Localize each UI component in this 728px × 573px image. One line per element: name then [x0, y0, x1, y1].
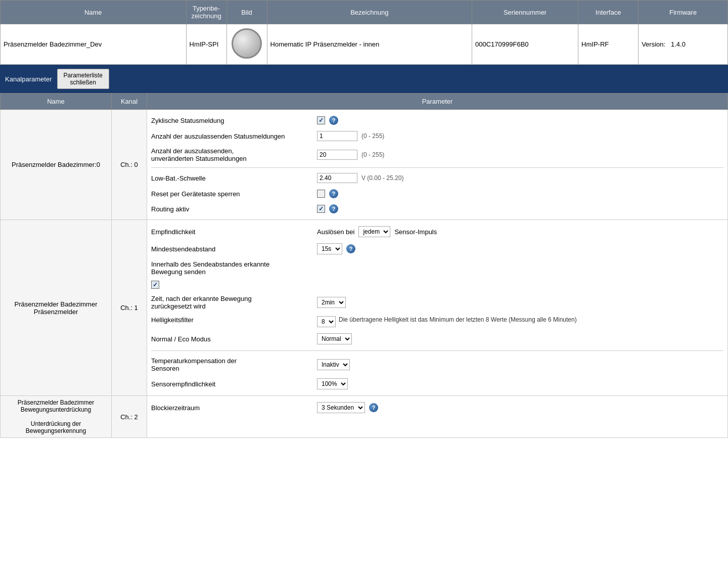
- blockierzeitraum-label: Blockierzeitraum: [151, 404, 313, 412]
- zyklische-checkbox[interactable]: [317, 116, 325, 124]
- sensorempfindlichkeit-select[interactable]: 100%: [317, 378, 348, 389]
- parameterliste-schliessen-button[interactable]: Parameterlisteschließen: [57, 69, 109, 89]
- row0-params: Zyklische Statusmeldung ? Anzahl der aus…: [147, 110, 728, 220]
- zyklische-help-icon[interactable]: ?: [329, 116, 338, 125]
- param-innerhalb: Innerhalb des Sendeabstandes erkannteBew…: [151, 257, 723, 292]
- row1-kanal: Ch.: 1: [112, 220, 147, 396]
- zeit-label: Zeit, nach der erkannte Bewegungzurückge…: [151, 295, 313, 310]
- device-name: Präsenzmelder Badezimmer_Dev: [1, 24, 187, 65]
- empfindlichkeit-prefix: Auslösen bei: [317, 228, 354, 236]
- device-firmware: Version: 1.4.0: [639, 24, 728, 65]
- param-helligkeitsfilter: Helligkeitsfilter 8 Die übertragene Hell…: [151, 313, 723, 330]
- blockierzeitraum-help-icon[interactable]: ?: [369, 403, 378, 412]
- param-zeit: Zeit, nach der erkannte Bewegungzurückge…: [151, 292, 723, 313]
- reset-label: Reset per Gerätetaste sperren: [151, 190, 313, 198]
- sensorempfindlichkeit-label: Sensorempfindlichkeit: [151, 380, 313, 388]
- device-bild: [226, 24, 267, 65]
- col-header-seriennummer: Seriennummer: [472, 1, 578, 24]
- eco-modus-label: Normal / Eco Modus: [151, 335, 313, 343]
- row2-name: Präsenzmelder BadezimmerBewegungsunterdr…: [1, 396, 112, 438]
- param-table: Name Kanal Parameter Präsenzmelder Badez…: [0, 93, 728, 438]
- lowbat-label: Low-Bat.-Schwelle: [151, 174, 313, 182]
- param-lowbat: Low-Bat.-Schwelle V (0.00 - 25.20): [151, 170, 723, 186]
- anzahl-status-label: Anzahl der auszulassenden Statusmeldunge…: [151, 133, 313, 140]
- row2-params: Blockierzeitraum 3 Sekunden ?: [147, 396, 728, 438]
- device-seriennummer: 000C170999F6B0: [472, 24, 578, 65]
- kanalparameter-bar: Kanalparameter Parameterlisteschließen: [0, 65, 728, 93]
- device-interface: HmIP-RF: [578, 24, 639, 65]
- param-zyklische: Zyklische Statusmeldung ?: [151, 113, 723, 128]
- table-row: Präsenzmelder BadezimmerBewegungsunterdr…: [1, 396, 728, 438]
- param-mindestsendeabstand: Mindestsendeabstand 15s ?: [151, 240, 723, 257]
- routing-checkbox[interactable]: [317, 205, 325, 213]
- device-typenbezeichnung: HmIP-SPI: [186, 24, 226, 65]
- row0-name: Präsenzmelder Badezimmer:0: [1, 110, 112, 220]
- row0-kanal: Ch.: 0: [112, 110, 147, 220]
- param-col-parameter: Parameter: [147, 94, 728, 110]
- row1-params: Empfindlichkeit Auslösen bei jedem Senso…: [147, 220, 728, 396]
- param-eco-modus: Normal / Eco Modus Normal: [151, 330, 723, 347]
- temperaturkompensation-select[interactable]: Inaktiv: [317, 359, 350, 370]
- param-routing: Routing aktiv ?: [151, 201, 723, 216]
- helligkeitsfilter-note: Die übertragene Helligkeit ist das Minim…: [339, 316, 577, 323]
- param-zyklische-label: Zyklische Statusmeldung: [151, 117, 313, 124]
- param-temperaturkompensation: Temperaturkompensation derSensoren Inakt…: [151, 354, 723, 375]
- mindestsendeabstand-help-icon[interactable]: ?: [346, 244, 355, 253]
- param-anzahl-status: Anzahl der auszulassenden Statusmeldunge…: [151, 128, 723, 144]
- lowbat-input[interactable]: [317, 173, 357, 183]
- empfindlichkeit-label: Empfindlichkeit: [151, 228, 313, 236]
- blockierzeitraum-select[interactable]: 3 Sekunden: [317, 402, 365, 413]
- zeit-select[interactable]: 2min: [317, 297, 346, 308]
- param-blockierzeitraum: Blockierzeitraum 3 Sekunden ?: [151, 399, 723, 416]
- col-header-firmware: Firmware: [639, 1, 728, 24]
- param-reset: Reset per Gerätetaste sperren ?: [151, 186, 723, 201]
- mindestsendeabstand-label: Mindestsendeabstand: [151, 245, 313, 253]
- eco-modus-select[interactable]: Normal: [317, 333, 352, 344]
- param-sensorempfindlichkeit: Sensorempfindlichkeit 100%: [151, 375, 723, 392]
- col-header-bezeichnung: Bezeichnung: [267, 1, 472, 24]
- helligkeitsfilter-label: Helligkeitsfilter: [151, 316, 313, 324]
- helligkeitsfilter-select[interactable]: 8: [317, 316, 336, 327]
- empfindlichkeit-select[interactable]: jedem: [358, 226, 390, 237]
- anzahl-status-range: (0 - 255): [361, 133, 384, 140]
- param-col-name: Name: [1, 94, 112, 110]
- mindestsendeabstand-select[interactable]: 15s: [317, 243, 342, 254]
- col-header-name: Name: [1, 1, 187, 24]
- anzahl-unveraendert-range: (0 - 255): [361, 151, 384, 158]
- device-bezeichnung: Homematic IP Präsenzmelder - innen: [267, 24, 472, 65]
- table-row: Präsenzmelder BadezimmerPräsenzmelder Ch…: [1, 220, 728, 396]
- col-header-interface: Interface: [578, 1, 639, 24]
- device-image-circle: [232, 28, 262, 59]
- col-header-bild: Bild: [226, 1, 267, 24]
- anzahl-unveraendert-label: Anzahl der auszulassenden,unveränderten …: [151, 147, 313, 162]
- kanalparameter-label: Kanalparameter: [5, 75, 52, 83]
- routing-help-icon[interactable]: ?: [329, 204, 338, 213]
- row1-name: Präsenzmelder BadezimmerPräsenzmelder: [1, 220, 112, 396]
- lowbat-range: V (0.00 - 25.20): [361, 174, 403, 182]
- reset-help-icon[interactable]: ?: [329, 189, 338, 198]
- anzahl-status-input[interactable]: [317, 131, 357, 141]
- param-empfindlichkeit: Empfindlichkeit Auslösen bei jedem Senso…: [151, 223, 723, 240]
- table-row: Präsenzmelder Badezimmer:0 Ch.: 0 Zyklis…: [1, 110, 728, 220]
- temperaturkompensation-label: Temperaturkompensation derSensoren: [151, 357, 313, 372]
- param-col-kanal: Kanal: [112, 94, 147, 110]
- anzahl-unveraendert-input[interactable]: [317, 150, 357, 160]
- device-header-table: Name Typenbe-zeichnung Bild Bezeichnung …: [0, 0, 728, 65]
- routing-label: Routing aktiv: [151, 205, 313, 213]
- param-anzahl-unveraendert: Anzahl der auszulassenden,unveränderten …: [151, 144, 723, 165]
- col-header-typenbe: Typenbe-zeichnung: [186, 1, 226, 24]
- empfindlichkeit-suffix: Sensor-Impuls: [394, 228, 437, 236]
- innerhalb-checkbox[interactable]: [151, 281, 159, 289]
- row2-kanal: Ch.: 2: [112, 396, 147, 438]
- reset-checkbox[interactable]: [317, 190, 325, 198]
- innerhalb-label: Innerhalb des Sendeabstandes erkannteBew…: [151, 260, 723, 276]
